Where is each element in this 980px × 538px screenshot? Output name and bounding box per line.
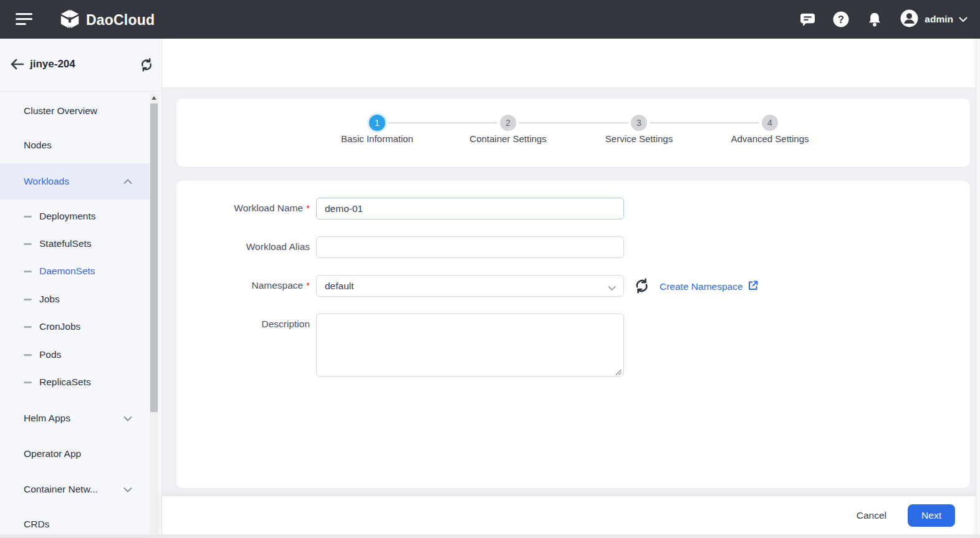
step-1-circle: 1 <box>369 115 385 131</box>
external-link-icon <box>747 280 759 294</box>
step-4-circle: 4 <box>762 115 778 131</box>
basic-information-form: Workload Name* Workload Alias Namespace*… <box>176 181 970 488</box>
dash-icon <box>24 216 32 218</box>
sidebar-item-label: Operator App <box>24 448 81 459</box>
workload-name-label: Workload Name* <box>176 203 310 214</box>
logo-text: DaoCloud <box>86 12 155 29</box>
topbar: DaoCloud ? <box>0 0 980 39</box>
sidebar-item-label: Container Netw... <box>24 484 98 495</box>
hamburger-menu-icon[interactable] <box>16 13 32 26</box>
chevron-down-icon <box>608 282 616 294</box>
sidebar-item-workloads[interactable]: Workloads <box>0 163 150 199</box>
sidebar-item-statefulsets[interactable]: StatefulSets <box>0 230 150 257</box>
step-1-label: Basic Information <box>309 133 446 144</box>
step-4-label: Advanced Settings <box>701 133 838 144</box>
sidebar-item-label: Workloads <box>24 176 69 187</box>
chat-icon[interactable] <box>799 11 816 28</box>
sidebar-item-jobs[interactable]: Jobs <box>0 286 150 313</box>
scrollbar-thumb[interactable] <box>150 103 158 412</box>
sidebar-item-daemonsets[interactable]: DaemonSets <box>0 257 150 285</box>
dash-icon <box>24 271 32 272</box>
avatar-icon <box>900 9 919 31</box>
create-namespace-link[interactable]: Create Namespace <box>660 280 759 294</box>
step-connector <box>650 122 759 123</box>
sidebar-item-nodes[interactable]: Nodes <box>0 128 150 163</box>
create-namespace-label: Create Namespace <box>660 281 743 292</box>
step-2-label: Container Settings <box>440 133 577 144</box>
step-connector <box>388 122 497 123</box>
sidebar-item-cluster-overview[interactable]: Cluster Overview <box>0 94 150 128</box>
dash-icon <box>24 326 32 328</box>
cluster-name: jinye-204 <box>30 58 75 70</box>
sidebar-item-deployments[interactable]: Deployments <box>0 203 150 230</box>
sidebar-item-label: Helm Apps <box>24 413 70 424</box>
workload-alias-label: Workload Alias <box>176 241 310 252</box>
app-root: DaoCloud ? <box>0 0 980 538</box>
sidebar: jinye-204 Cluster Overview Nodes Workloa… <box>0 39 162 534</box>
sidebar-item-label: Pods <box>39 349 61 360</box>
dash-icon <box>24 382 32 383</box>
svg-text:?: ? <box>838 14 844 25</box>
required-asterisk: * <box>306 280 310 291</box>
sidebar-item-label: ReplicaSets <box>39 377 91 388</box>
sidebar-item-label: CRDs <box>24 519 49 530</box>
sidebar-item-cronjobs[interactable]: CronJobs <box>0 313 150 340</box>
cancel-button[interactable]: Cancel <box>857 510 886 521</box>
sidebar-item-replicasets[interactable]: ReplicaSets <box>0 368 150 396</box>
sidebar-item-label: CronJobs <box>39 321 80 332</box>
bottom-edge-strip <box>0 534 980 538</box>
sidebar-item-pods[interactable]: Pods <box>0 341 150 368</box>
page-header: Create DaemonSets <box>162 39 980 87</box>
dash-icon <box>24 354 32 356</box>
dash-icon <box>24 243 32 245</box>
required-asterisk: * <box>306 203 310 213</box>
stepper-card: 1 2 3 4 Basic Information Container Sett… <box>176 98 970 167</box>
sidebar-item-label: Deployments <box>39 211 95 222</box>
help-icon[interactable]: ? <box>832 11 850 28</box>
sidebar-item-label: Nodes <box>24 140 52 151</box>
refresh-namespaces-icon[interactable] <box>634 278 650 294</box>
sidebar-item-label: Cluster Overview <box>24 105 97 117</box>
user-name: admin <box>925 14 953 25</box>
namespace-select-value: default <box>325 281 354 292</box>
namespace-select[interactable]: default <box>316 275 624 297</box>
sidebar-item-label: StatefulSets <box>39 238 92 249</box>
description-label: Description <box>176 319 310 330</box>
form-footer: Cancel Next <box>162 496 980 534</box>
chevron-down-icon <box>123 413 132 424</box>
sidebar-back-icon[interactable] <box>10 59 24 72</box>
chevron-up-icon <box>123 176 132 187</box>
sidebar-header: jinye-204 <box>0 39 162 92</box>
sidebar-item-helm-apps[interactable]: Helm Apps <box>0 401 150 436</box>
next-button[interactable]: Next <box>908 504 955 527</box>
namespace-label: Namespace* <box>176 280 310 291</box>
step-connector <box>519 122 628 123</box>
scrollbar-up-arrow[interactable] <box>151 96 156 100</box>
chevron-down-icon <box>123 484 132 495</box>
step-2-circle: 2 <box>500 115 516 131</box>
notifications-bell-icon[interactable] <box>866 11 883 28</box>
daocloud-logo[interactable]: DaoCloud <box>59 8 155 32</box>
step-3-circle: 3 <box>631 115 647 131</box>
switch-cluster-icon[interactable] <box>140 58 153 74</box>
sidebar-item-label: DaemonSets <box>39 266 95 277</box>
sidebar-item-label: Jobs <box>39 294 60 305</box>
sidebar-scrollbar[interactable] <box>150 94 158 538</box>
workload-alias-input[interactable] <box>316 236 624 258</box>
description-textarea[interactable] <box>316 314 624 377</box>
dash-icon <box>24 299 32 300</box>
step-3-label: Service Settings <box>570 133 708 144</box>
page-scrollbar[interactable] <box>976 39 980 534</box>
workload-name-input[interactable] <box>316 198 624 219</box>
daocloud-logo-icon <box>59 8 80 32</box>
sidebar-item-container-network[interactable]: Container Netw... <box>0 472 150 507</box>
sidebar-item-operator-app[interactable]: Operator App <box>0 436 150 471</box>
user-menu[interactable]: admin <box>900 9 968 31</box>
chevron-down-icon <box>959 14 968 25</box>
sidebar-item-crds[interactable]: CRDs <box>0 507 150 538</box>
